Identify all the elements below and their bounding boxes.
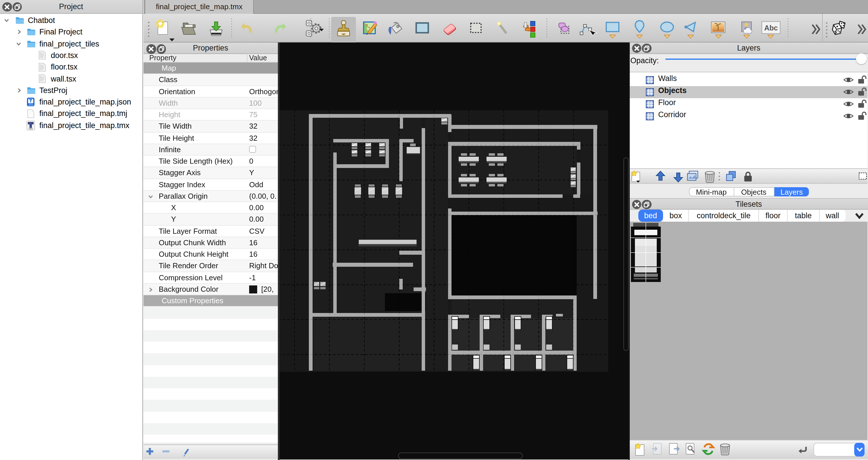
svg-text:TMX: TMX [29,128,33,130]
svg-text:Abc: Abc [764,24,778,32]
svg-text:JSON: JSON [28,104,33,106]
